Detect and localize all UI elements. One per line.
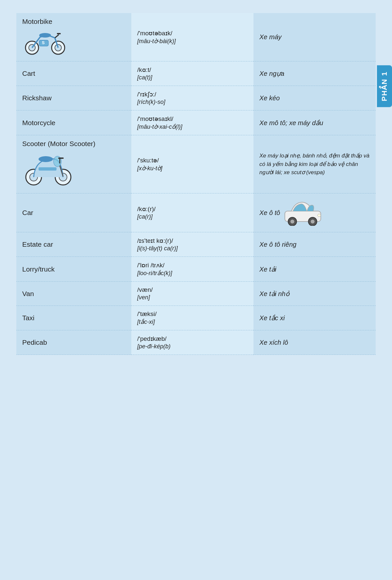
viet-phonetic-text: [loo-ri/trắc(k)] (137, 270, 248, 277)
meaning-cell: Xe tải nhỏ (253, 282, 376, 306)
svg-point-23 (311, 220, 315, 224)
word-cell: Scooter (Motor Scooter) (16, 135, 131, 193)
word-cell: Motorcycle (16, 110, 131, 135)
svg-rect-18 (39, 167, 57, 171)
phonetic-cell: /'pedɪkæb/ [pe-đi-kép(b) (131, 330, 253, 355)
phonetic-cell: /'moʊtəbaɪk/ [mâu-tờ-bài(k)] (131, 13, 253, 61)
word-label: Taxi (22, 314, 125, 322)
phonetic-cell: /'moʊtəsaɪkl/ [mâu-tờ-xai-cồ(l)] (131, 110, 253, 135)
word-cell: Pedicab (16, 330, 131, 355)
svg-point-14 (39, 156, 53, 162)
vocab-table: Motorbike S /'moʊtəbaɪk/ [mâu-tờ-bài(k)]… (16, 13, 376, 355)
meaning-cell: Xe ô tô riêng (253, 232, 376, 257)
meaning-cell: Xe tải (253, 257, 376, 282)
table-row: Rickshaw /'rɪkʃɔ:/ [rích(k)-so] Xe kéo (16, 86, 376, 110)
svg-point-24 (318, 214, 321, 217)
ipa-text: /'tæksi/ (137, 310, 248, 318)
word-cell: Van (16, 282, 131, 306)
ipa-text: /væn/ (137, 286, 248, 293)
phonetic-cell: /'tæksi/ [tắc-xi] (131, 306, 253, 330)
viet-phonetic-text: [mâu-tờ-xai-cồ(l)] (137, 123, 248, 130)
word-label: Rickshaw (22, 94, 125, 102)
table-row: Estate car /ɪs'teɪt kɑ:(r)/ [i(s)-tây(t)… (16, 232, 376, 257)
table-row: Lorry/truck /'lɒri /trʌk/ [loo-ri/trắc(k… (16, 257, 376, 282)
phonetic-cell: /ɪs'teɪt kɑ:(r)/ [i(s)-tây(t) ca(r)] (131, 232, 253, 257)
phonetic-cell: /kɑ:(r)/ [ca(r)] (131, 193, 253, 232)
svg-text:S: S (42, 40, 45, 45)
ipa-text: /kɑ:t/ (137, 66, 248, 74)
word-label: Van (22, 290, 125, 298)
meaning-text: Xe xích lô (259, 339, 288, 346)
word-label: Motorbike S (22, 18, 125, 57)
car-icon (283, 198, 322, 227)
meaning-cell: Xe mô tô; xe máy dầu (253, 110, 376, 135)
table-row: Cart /kɑ:t/ [ca(t)] Xe ngựa (16, 61, 376, 86)
word-label: Lorry/truck (22, 265, 125, 273)
ipa-text: /ɪs'teɪt kɑ:(r)/ (137, 237, 248, 244)
viet-phonetic-text: [xờ-ku-tờ] (137, 165, 248, 172)
table-row: Car /kɑ:(r)/ [ca(r)] Xe ô tô (16, 193, 376, 232)
table-row: Taxi /'tæksi/ [tắc-xi] Xe tắc xi (16, 306, 376, 330)
word-label: Estate car (22, 240, 125, 248)
ipa-text: /'lɒri /trʌk/ (137, 261, 248, 269)
meaning-cell: Xe tắc xi (253, 306, 376, 330)
viet-phonetic-text: [ca(r)] (137, 213, 248, 220)
meaning-text: Xe kéo (259, 94, 280, 102)
word-label: Scooter (Motor Scooter) (22, 140, 125, 189)
meaning-cell: Xe máy loại nhẹ, bánh nhỏ, đệm đặt thấp … (253, 135, 376, 193)
svg-point-4 (39, 33, 51, 38)
meaning-text: Xe ô tô (259, 209, 280, 217)
meaning-cell: Xe máy (253, 13, 376, 61)
meaning-text: Xe ô tô riêng (259, 241, 296, 248)
svg-line-6 (55, 35, 59, 38)
meaning-text: Xe tải nhỏ (259, 290, 289, 297)
word-label: Pedicab (22, 339, 125, 346)
table-row: Pedicab /'pedɪkæb/ [pe-đi-kép(b) Xe xích… (16, 330, 376, 355)
page-container: Motorbike S /'moʊtəbaɪk/ [mâu-tờ-bài(k)]… (16, 13, 376, 355)
motorbike-icon: S (22, 25, 68, 57)
word-cell: Taxi (16, 306, 131, 330)
ipa-text: /'sku:tə/ (137, 157, 248, 164)
word-cell: Motorbike S (16, 13, 131, 61)
viet-phonetic-text: [pe-đi-kép(b) (137, 343, 248, 350)
section-tab: PHẦN 1 (377, 65, 392, 107)
viet-phonetic-text: [i(s)-tây(t) ca(r)] (137, 245, 248, 252)
word-label: Motorcycle (22, 119, 125, 127)
meaning-cell: Xe ngựa (253, 61, 376, 86)
table-row: Van /væn/ [ven] Xe tải nhỏ (16, 282, 376, 306)
table-row: Scooter (Motor Scooter) /'sku:tə/ [xờ-ku… (16, 135, 376, 193)
ipa-text: /'moʊtəbaɪk/ (137, 29, 248, 37)
ipa-text: /'rɪkʃɔ:/ (137, 91, 248, 98)
viet-phonetic-text: [rích(k)-so] (137, 99, 248, 106)
viet-phonetic-text: [tắc-xi] (137, 318, 248, 325)
meaning-text: Xe tải (259, 266, 276, 273)
phonetic-cell: /'sku:tə/ [xờ-ku-tờ] (131, 135, 253, 193)
viet-phonetic-text: [ven] (137, 294, 248, 301)
meaning-text: Xe mô tô; xe máy dầu (259, 119, 323, 126)
meaning-cell: Xe kéo (253, 86, 376, 110)
phonetic-cell: /kɑ:t/ [ca(t)] (131, 61, 253, 86)
meaning-cell: Xe xích lô (253, 330, 376, 355)
word-cell: Cart (16, 61, 131, 86)
phonetic-cell: /væn/ [ven] (131, 282, 253, 306)
viet-phonetic-text: [ca(t)] (137, 74, 248, 81)
meaning-cell: Xe ô tô (253, 193, 376, 232)
meaning-text: Xe tắc xi (259, 314, 285, 322)
table-row: Motorbike S /'moʊtəbaɪk/ [mâu-tờ-bài(k)]… (16, 13, 376, 61)
ipa-text: /kɑ:(r)/ (137, 205, 248, 213)
ipa-text: /'pedɪkæb/ (137, 335, 248, 342)
phonetic-cell: /'rɪkʃɔ:/ [rích(k)-so] (131, 86, 253, 110)
scooter-icon (22, 148, 74, 189)
table-row: Motorcycle /'moʊtəsaɪkl/ [mâu-tờ-xai-cồ(… (16, 110, 376, 135)
ipa-text: /'moʊtəsaɪkl/ (137, 115, 248, 123)
svg-point-21 (290, 220, 294, 224)
meaning-text: Xe máy loại nhẹ, bánh nhỏ, đệm đặt thấp … (259, 153, 369, 175)
word-label: Car (22, 209, 125, 217)
phonetic-cell: /'lɒri /trʌk/ [loo-ri/trắc(k)] (131, 257, 253, 282)
word-label: Cart (22, 70, 125, 77)
viet-phonetic-text: [mâu-tờ-bài(k)] (137, 38, 248, 45)
word-cell: Estate car (16, 232, 131, 257)
word-cell: Rickshaw (16, 86, 131, 110)
word-cell: Lorry/truck (16, 257, 131, 282)
word-cell: Car (16, 193, 131, 232)
